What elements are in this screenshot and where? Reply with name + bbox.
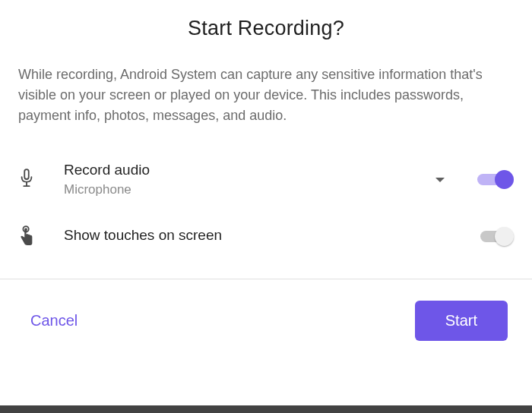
dialog-body-text: While recording, Android System can capt… (18, 65, 514, 126)
svg-rect-0 (24, 170, 29, 180)
start-button[interactable]: Start (415, 301, 508, 341)
show-touches-title: Show touches on screen (64, 226, 480, 245)
record-audio-toggle[interactable] (477, 169, 514, 190)
show-touches-text: Show touches on screen (43, 226, 480, 245)
microphone-icon (18, 169, 43, 190)
record-audio-row: Record audio Microphone (18, 153, 514, 206)
nav-bar (0, 405, 532, 413)
dialog-footer: Cancel Start (0, 279, 532, 362)
audio-source-dropdown[interactable] (435, 172, 445, 186)
record-audio-text: Record audio Microphone (43, 161, 435, 198)
dialog-title: Start Recording? (18, 17, 514, 40)
touch-icon (18, 225, 43, 247)
cancel-button[interactable]: Cancel (30, 312, 78, 329)
record-audio-title: Record audio (64, 161, 435, 180)
recording-dialog: Start Recording? While recording, Androi… (0, 0, 532, 279)
show-touches-row: Show touches on screen (18, 215, 514, 257)
show-touches-toggle[interactable] (480, 225, 514, 247)
record-audio-source: Microphone (64, 181, 435, 198)
